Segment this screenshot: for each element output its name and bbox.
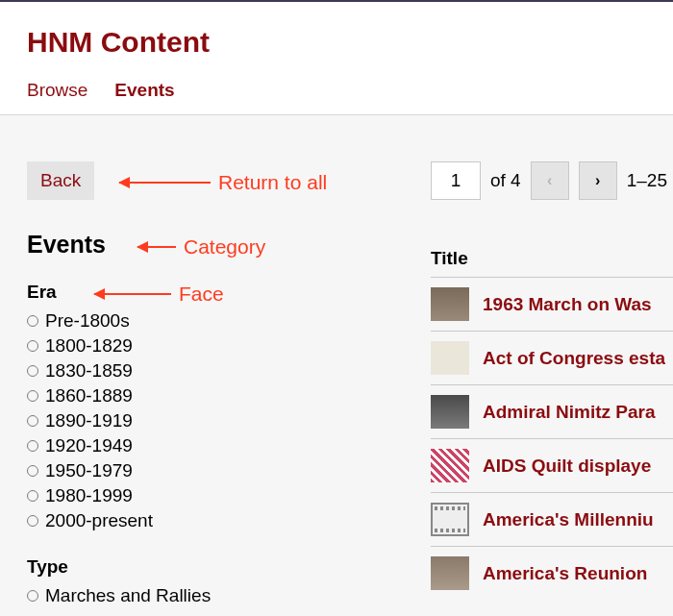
arrow-icon [119, 182, 211, 184]
category-title: Events [27, 231, 421, 259]
page-of-label: of 4 [490, 170, 521, 191]
row-title: America's Reunion [483, 563, 647, 584]
facet-item-label: 1800-1829 [45, 335, 133, 357]
tab-events[interactable]: Events [114, 80, 174, 114]
row-title: America's Millenniu [483, 509, 654, 530]
page-range: 1–25 [627, 170, 667, 191]
facet-item[interactable]: 1830-1859 [27, 358, 421, 383]
facet-item-label: Pre-1800s [45, 310, 130, 332]
radio-icon [27, 340, 38, 352]
radio-icon [27, 465, 38, 477]
thumbnail [431, 449, 469, 482]
prev-page-button[interactable]: ‹ [531, 161, 569, 200]
tab-browse[interactable]: Browse [27, 80, 87, 114]
chevron-left-icon: ‹ [547, 172, 552, 189]
row-title: AIDS Quilt displaye [483, 456, 651, 477]
facet-item-label: 1890-1919 [45, 410, 133, 431]
facet-item[interactable]: 1800-1829 [27, 333, 421, 358]
film-icon [431, 503, 469, 536]
radio-icon [27, 415, 38, 427]
radio-icon [27, 365, 38, 377]
facet-item[interactable]: 1890-1919 [27, 408, 421, 433]
thumbnail [431, 395, 469, 429]
radio-icon [27, 490, 38, 502]
row-title: Act of Congress esta [483, 348, 665, 369]
page-input[interactable] [431, 161, 481, 200]
facet-item-label: Marches and Rallies [45, 585, 211, 606]
annotation-return-to-all: Return to all [119, 171, 327, 194]
nav-tabs: Browse Events [27, 80, 646, 114]
table-row[interactable]: America's Millenniu [431, 492, 673, 546]
site-title: HNM Content [27, 26, 646, 59]
table-row[interactable]: Act of Congress esta [431, 331, 673, 384]
table-row[interactable]: Admiral Nimitz Para [431, 384, 673, 438]
radio-icon [27, 440, 38, 452]
row-title: 1963 March on Was [483, 294, 652, 315]
thumbnail [431, 556, 469, 590]
facet-item-label: 1980-1999 [45, 485, 133, 506]
radio-icon [27, 515, 38, 527]
facet-title-era: Era [27, 282, 421, 303]
facet-item-label: 1920-1949 [45, 435, 133, 456]
thumbnail [431, 287, 469, 321]
facet-item[interactable]: Pre-1800s [27, 308, 421, 333]
table-row[interactable]: America's Reunion [431, 546, 673, 600]
chevron-right-icon: › [595, 172, 600, 189]
back-button[interactable]: Back [27, 161, 94, 200]
facet-item[interactable]: 1950-1979 [27, 458, 421, 483]
row-title: Admiral Nimitz Para [483, 402, 656, 423]
facet-item[interactable]: 1980-1999 [27, 483, 421, 508]
facet-item-label: 1830-1859 [45, 360, 133, 382]
facet-item[interactable]: 1860-1889 [27, 383, 421, 408]
annotation-return-text: Return to all [218, 171, 327, 194]
thumbnail [431, 341, 469, 375]
facet-title-type: Type [27, 556, 421, 578]
radio-icon [27, 390, 38, 402]
next-page-button[interactable]: › [579, 161, 617, 200]
table-row[interactable]: 1963 March on Was [431, 277, 673, 331]
radio-icon [27, 315, 38, 327]
facet-item-label: 1950-1979 [45, 460, 133, 481]
radio-icon [27, 590, 38, 602]
facet-item[interactable]: 1920-1949 [27, 433, 421, 458]
facet-item-label: 2000-present [45, 510, 153, 531]
pager: of 4 ‹ › 1–25 [431, 161, 673, 200]
table-header-title: Title [431, 248, 673, 277]
facet-item[interactable]: 2000-present [27, 508, 421, 533]
facet-list-era: Pre-1800s 1800-1829 1830-1859 1860-1889 … [27, 308, 421, 533]
facet-item-label: 1860-1889 [45, 385, 133, 407]
facet-list-type: Marches and Rallies [27, 583, 421, 608]
facet-item[interactable]: Marches and Rallies [27, 583, 421, 608]
table-row[interactable]: AIDS Quilt displaye [431, 438, 673, 492]
